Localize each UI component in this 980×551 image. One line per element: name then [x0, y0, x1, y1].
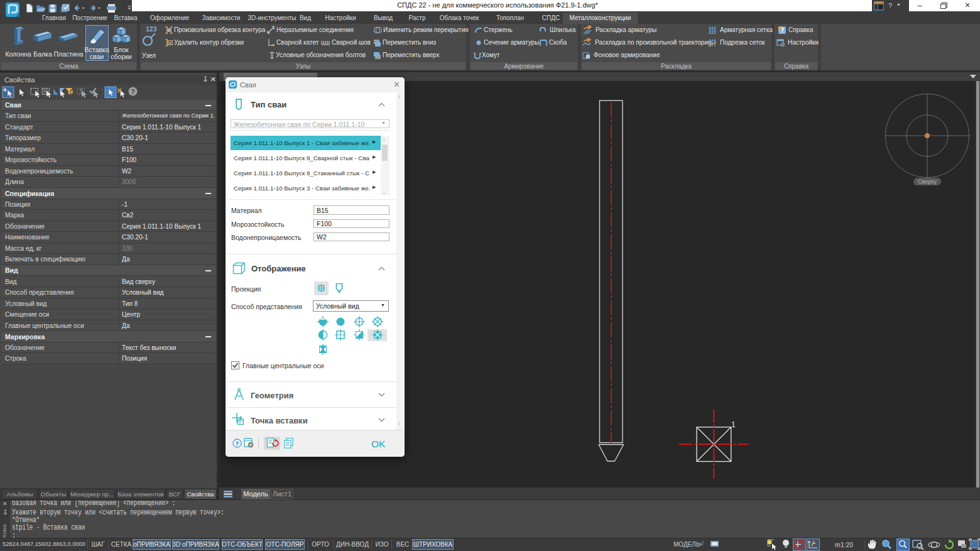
svg-text:1: 1 — [731, 420, 736, 429]
svg-text:?: ? — [131, 88, 135, 95]
svg-text:m1:20: m1:20 — [835, 541, 853, 548]
svg-text:?: ? — [236, 440, 239, 447]
svg-text:Сверху: Сверху — [918, 178, 937, 185]
